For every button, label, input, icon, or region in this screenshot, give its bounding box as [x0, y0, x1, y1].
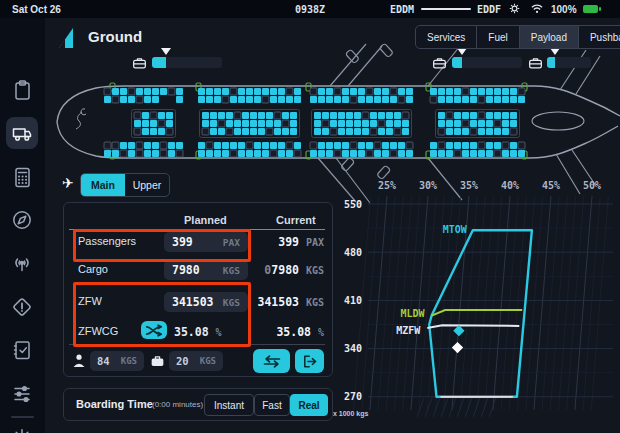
- x-tick-label: 45%: [542, 180, 560, 191]
- gear-icon: [11, 427, 33, 433]
- sidebar-item-radio[interactable]: [6, 248, 38, 280]
- bag-weight-input[interactable]: 20 KGS: [169, 351, 223, 371]
- swap-payload-button[interactable]: [253, 349, 290, 373]
- briefcase-icon: [432, 56, 447, 73]
- battery-percentage: 100%: [551, 4, 577, 15]
- tab-payload[interactable]: Payload: [520, 26, 579, 48]
- load-payload-button[interactable]: [295, 349, 324, 373]
- compass-icon: [11, 209, 33, 231]
- y-tick-label: 340: [344, 343, 362, 354]
- status-date: Sat Oct 26: [12, 4, 61, 15]
- pax-weight-input[interactable]: 84 KGS: [90, 351, 144, 371]
- briefcase-icon: [150, 353, 165, 372]
- col-header-planned: Planned: [184, 214, 227, 226]
- cargo-bar-fill: [152, 57, 166, 68]
- chart-y-unit-label: x 1000 kgs: [333, 410, 368, 417]
- sidebar-item-compass[interactable]: [6, 204, 38, 236]
- route-destination: EDDF: [477, 4, 501, 15]
- boarding-option-instant[interactable]: Instant: [204, 394, 254, 416]
- current-cg-marker[interactable]: [453, 325, 464, 336]
- battery-icon: [583, 5, 598, 13]
- briefcase-icon: [132, 56, 147, 73]
- zfwcg-planned-value: 35.08 %: [174, 325, 222, 339]
- cargo-marker-triangle[interactable]: [550, 48, 560, 55]
- tab-services[interactable]: Services: [416, 26, 477, 48]
- cargo-input[interactable]: 7980 KGS: [164, 260, 248, 280]
- sidebar-item-settings[interactable]: [6, 422, 38, 433]
- cargo-bar-fill: [452, 57, 462, 68]
- aft-cargo-indicator: [432, 55, 524, 69]
- mldw-label: MLDW: [400, 308, 425, 319]
- sidebar: [0, 18, 45, 433]
- cargo-planned-value: 7980: [172, 263, 200, 277]
- hatch-line: [481, 398, 488, 417]
- cargo-marker-triangle[interactable]: [161, 48, 171, 55]
- boarding-time-label: Boarding Time: [76, 398, 153, 410]
- zfwcg-shuffle-button[interactable]: [141, 321, 167, 339]
- tab-fuel[interactable]: Fuel: [477, 26, 519, 48]
- clipboard-icon: [11, 79, 33, 101]
- sidebar-item-checklist[interactable]: [6, 334, 38, 366]
- passengers-input[interactable]: 399 PAX: [164, 232, 248, 252]
- status-bar: Sat Oct 26 0938Z EDDM EDDF 100%: [0, 0, 620, 18]
- mzfw-label: MZFW: [396, 325, 421, 336]
- settings-gear-icon[interactable]: [508, 2, 521, 17]
- col-header-current: Current: [276, 214, 316, 226]
- sidebar-item-calculator[interactable]: [6, 161, 38, 193]
- tab-pushback[interactable]: Pushback: [579, 26, 620, 48]
- status-time: 0938Z: [295, 4, 325, 15]
- y-tick-label: 550: [344, 199, 362, 210]
- boarding-option-real[interactable]: Real: [290, 394, 328, 416]
- calculator-icon: [11, 166, 33, 188]
- checklist-book-icon: [11, 339, 33, 361]
- zfw-input[interactable]: 341503 KGS: [164, 292, 248, 312]
- boarding-option-fast[interactable]: Fast: [254, 394, 290, 416]
- sliders-icon: [11, 383, 33, 405]
- passengers-planned-unit: PAX: [223, 237, 240, 248]
- boarding-time-panel: Boarding Time (0:00 minutes) Instant Fas…: [63, 388, 333, 421]
- tab-upper-deck[interactable]: Upper: [125, 174, 169, 196]
- briefcase-icon: [528, 56, 543, 73]
- cargo-planned-unit: KGS: [223, 265, 240, 276]
- bag-weight-value: 20: [176, 355, 189, 367]
- pax-weight-unit: KGS: [121, 356, 137, 366]
- page-title: Ground: [88, 28, 142, 45]
- mzfw-limit-line: [427, 325, 519, 328]
- airplane-icon: ✈: [62, 175, 74, 191]
- antenna-icon: [11, 253, 33, 275]
- zfw-current-value: 341503 KGS: [257, 295, 324, 309]
- sidebar-divider: [11, 416, 34, 418]
- row-label-cargo: Cargo: [78, 263, 108, 275]
- sidebar-item-sliders[interactable]: [6, 378, 38, 410]
- cargo-marker-triangle[interactable]: [457, 48, 467, 55]
- payload-panel: Planned Current Passengers 399 PAX 399 P…: [63, 202, 333, 377]
- header-separator: [69, 229, 325, 230]
- zfw-planned-unit: KGS: [223, 297, 240, 308]
- pax-weight-value: 84: [97, 355, 110, 367]
- zfw-planned-value: 341503: [172, 295, 214, 309]
- hatch-line: [425, 398, 432, 417]
- wifi-icon: [530, 3, 544, 16]
- sidebar-item-clipboard[interactable]: [6, 74, 38, 106]
- shuffle-icon: [145, 324, 163, 337]
- x-tick-label: 35%: [460, 180, 478, 191]
- sidebar-item-caution[interactable]: [6, 291, 38, 323]
- tab-main-deck[interactable]: Main: [81, 174, 125, 196]
- truck-icon: [11, 122, 33, 144]
- swap-arrows-icon: [262, 354, 282, 369]
- row-label-zfwcg: ZFWCG: [78, 325, 118, 337]
- hatch-line: [489, 398, 496, 417]
- person-icon: [72, 353, 86, 372]
- planned-zfw-cg-marker[interactable]: [452, 342, 463, 353]
- row-label-zfw: ZFW: [78, 295, 102, 307]
- route-origin: EDDM: [390, 4, 414, 15]
- row-label-passengers: Passengers: [78, 235, 136, 247]
- cargo-bar[interactable]: [452, 57, 522, 68]
- y-tick-label: 480: [344, 247, 362, 258]
- fwd-cargo-indicator: [132, 55, 224, 69]
- y-tick-label: 270: [344, 391, 362, 402]
- zfwcg-current-value: 35.08 %: [276, 325, 324, 339]
- sidebar-item-ground-vehicle[interactable]: [6, 117, 38, 149]
- deck-tab-bar: Main Upper: [80, 173, 170, 197]
- app-logo: [56, 26, 76, 50]
